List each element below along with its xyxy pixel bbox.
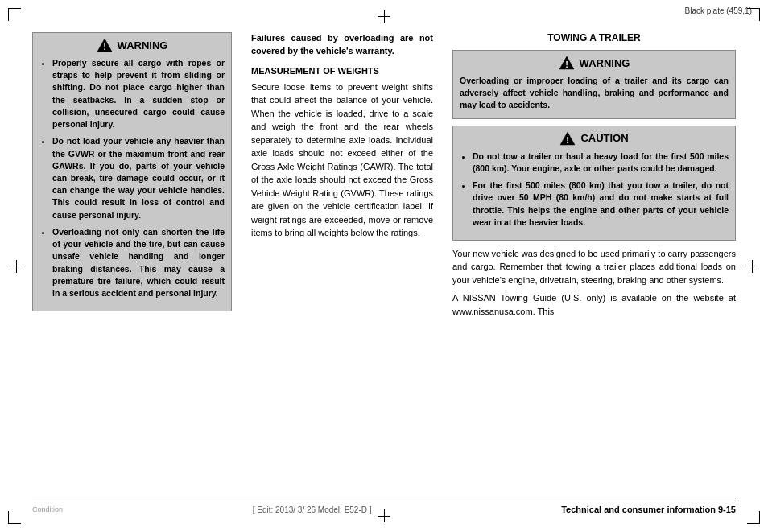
bottom-left-label: Condition	[32, 505, 63, 513]
right-body-text-2-content: A NISSAN Towing Guide (U.S. only) is ava…	[452, 293, 736, 316]
left-warning-item-1: Properly secure all cargo with ropes or …	[52, 57, 225, 130]
left-warning-list: Properly secure all cargo with ropes or …	[39, 57, 225, 299]
measurement-title: MEASUREMENT OF WEIGHTS	[251, 66, 433, 76]
caution-list: Do not tow a trailer or haul a heavy loa…	[460, 151, 729, 229]
cross-mark-top	[378, 10, 390, 23]
corner-mark-br	[747, 511, 760, 524]
cross-mark-right	[745, 260, 758, 273]
main-content: ! WARNING Properly secure all cargo with…	[32, 32, 736, 500]
svg-text:!: !	[103, 42, 106, 52]
section-title: TOWING A TRAILER	[452, 32, 736, 43]
left-warning-item-2: Do not load your vehicle any heavier tha…	[52, 135, 225, 221]
warning-triangle-icon: !	[97, 38, 113, 52]
svg-text:!: !	[565, 60, 568, 69]
caution-header: ! CAUTION	[460, 131, 729, 146]
left-warning-title: WARNING	[118, 39, 168, 52]
right-warning-title: WARNING	[580, 57, 630, 69]
caution-title: CAUTION	[580, 132, 628, 144]
corner-mark-bl	[8, 511, 21, 524]
cross-mark-left	[10, 260, 23, 273]
left-column: ! WARNING Properly secure all cargo with…	[32, 32, 242, 500]
top-bar-label: Black plate (459,1)	[685, 6, 752, 15]
svg-text:!: !	[567, 135, 570, 145]
corner-mark-tl	[8, 8, 21, 21]
left-warning-header: ! WARNING	[39, 38, 225, 52]
page: Black plate (459,1) ! WARNING Properly	[0, 0, 768, 532]
failures-note: Failures caused by overloading are not c…	[251, 32, 433, 58]
bottom-center-label: [ Edit: 2013/ 3/ 26 Model: E52-D ]	[253, 505, 372, 514]
bottom-bar: Condition [ Edit: 2013/ 3/ 26 Model: E52…	[32, 501, 736, 514]
left-warning-item-3: Overloading not only can shorten the lif…	[52, 226, 225, 299]
right-body-text-1: Your new vehicle was designed to be used…	[452, 247, 736, 287]
middle-column: Failures caused by overloading are not c…	[242, 32, 443, 500]
caution-item-1: Do not tow a trailer or haul a heavy loa…	[473, 151, 729, 175]
measurement-text: Secure loose items to prevent weight shi…	[251, 80, 433, 240]
right-warning-triangle-icon: !	[559, 56, 575, 70]
left-warning-box: ! WARNING Properly secure all cargo with…	[32, 32, 232, 311]
left-warning-text: Properly secure all cargo with ropes or …	[39, 57, 225, 299]
caution-triangle-icon: !	[559, 131, 576, 146]
right-warning-text: Overloading or improper loading of a tra…	[460, 75, 729, 112]
caution-item-2: For the first 500 miles (800 km) that yo…	[473, 179, 729, 229]
bottom-right-label: Technical and consumer information 9-15	[561, 505, 736, 514]
right-body-text-2: A NISSAN Towing Guide (U.S. only) is ava…	[452, 291, 736, 318]
caution-box: ! CAUTION Do not tow a trailer or haul a…	[452, 126, 736, 241]
right-warning-box: ! WARNING Overloading or improper loadin…	[452, 50, 736, 119]
caution-text: Do not tow a trailer or haul a heavy loa…	[460, 151, 729, 229]
right-column: TOWING A TRAILER ! WARNING Overloading o…	[443, 32, 736, 500]
right-warning-header: ! WARNING	[460, 56, 729, 70]
